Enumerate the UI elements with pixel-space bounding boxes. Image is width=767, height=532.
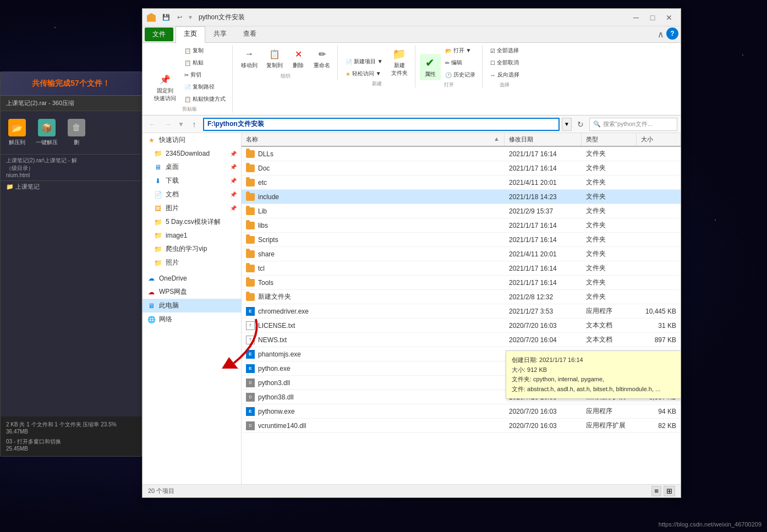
table-row[interactable]: Doc 2021/1/17 16:14 文件夹 <box>242 161 681 175</box>
table-row[interactable]: libs 2021/1/17 16:14 文件夹 <box>242 218 681 233</box>
nav-5day[interactable]: 📁 5 Day.csv模块详解 <box>143 215 241 229</box>
deselectall-icon: ☐ <box>490 60 495 66</box>
tab-home[interactable]: 主页 <box>176 26 205 43</box>
one-click-extract-btn[interactable]: 📦 一键解压 <box>34 117 60 149</box>
nav-wps[interactable]: ☁ WPS网盘 <box>143 285 241 299</box>
help-btn[interactable]: ? <box>666 28 678 40</box>
quick-save-btn[interactable]: 💾 <box>160 12 172 23</box>
copy-path-btn[interactable]: 📄 复制路径 <box>181 81 229 92</box>
table-row[interactable]: DLLs 2021/1/17 16:14 文件夹 <box>242 147 681 161</box>
refresh-btn[interactable]: ↻ <box>574 118 587 131</box>
list-view-btn[interactable]: ≡ <box>651 486 661 496</box>
copyto-icon: 📋 <box>268 47 281 61</box>
table-row[interactable]: 新建文件夹 2021/2/8 12:32 文件夹 <box>242 290 681 304</box>
history-btn[interactable]: 🕐 历史记录 <box>442 69 479 80</box>
easy-access-btn[interactable]: ★ 轻松访问 ▼ <box>342 68 386 79</box>
forward-btn[interactable]: → <box>161 118 174 131</box>
open-group: ✔ 属性 📂 打开 ▼ ✏ 编辑 🕐 历史记录 <box>417 45 483 89</box>
nav-onedrive[interactable]: ☁ OneDrive <box>143 272 241 285</box>
ribbon-collapse-btn[interactable]: ∧ <box>658 29 664 40</box>
move-to-btn[interactable]: → 移动到 <box>237 45 261 72</box>
table-row[interactable]: D vcruntime140.dll 2020/7/20 16:03 应用程序扩… <box>242 419 681 433</box>
clipboard-buttons: 📌 固定到 快速访问 📋 复制 📋 粘贴 ✂ 剪切 <box>150 45 229 105</box>
copy-icon: 📋 <box>184 48 191 54</box>
table-row[interactable]: tcl 2021/1/17 16:14 文件夹 <box>242 261 681 276</box>
table-row[interactable]: etc 2021/4/11 20:01 文件夹 <box>242 175 681 190</box>
col-size-header[interactable]: 大小 <box>637 133 681 146</box>
pasteshortcut-icon: 📋 <box>184 96 191 102</box>
open-file-btn[interactable]: 📂 打开 ▼ <box>442 45 479 56</box>
table-row[interactable]: share 2021/4/11 20:01 文件夹 <box>242 247 681 261</box>
col-type-header[interactable]: 类型 <box>582 133 637 146</box>
table-row[interactable]: T LICENSE.txt 2020/7/20 16:03 文本文档 31 KB <box>242 319 681 333</box>
minimize-btn[interactable]: ─ <box>629 12 643 24</box>
dll-icon: D <box>246 379 255 387</box>
select-all-btn[interactable]: ☑ 全部选择 <box>487 45 523 56</box>
nav-photos[interactable]: 📁 照片 <box>143 256 241 270</box>
up-btn[interactable]: ↑ <box>188 118 201 131</box>
table-row[interactable]: E chromedriver.exe 2021/1/27 3:53 应用程序 1… <box>242 304 681 319</box>
invert-select-btn[interactable]: ↔ 反向选择 <box>487 69 523 80</box>
folder-icon <box>246 293 255 301</box>
select-buttons: ☑ 全部选择 ☐ 全部取消 ↔ 反向选择 <box>487 45 523 80</box>
ribbon-content: 📌 固定到 快速访问 📋 复制 📋 粘贴 ✂ 剪切 <box>143 43 681 116</box>
table-row[interactable]: T NEWS.txt 2020/7/20 16:04 文本文档 897 KB <box>242 333 681 347</box>
rename-btn[interactable]: ✏ 重命名 <box>310 45 334 72</box>
copypath-icon: 📄 <box>184 84 191 90</box>
close-btn[interactable]: ✕ <box>662 12 676 24</box>
delete-ribbon-btn[interactable]: ✕ 删除 <box>288 45 309 72</box>
tooltip-line3: 文件夹: cpython, internal, pygame, <box>512 375 681 385</box>
copy-btn[interactable]: 📋 复制 <box>181 45 229 56</box>
tab-share[interactable]: 共享 <box>205 26 235 43</box>
nav-thispc[interactable]: 🖥 此电脑 <box>143 299 241 312</box>
zip-path: 上课笔记(2).rar\上课笔记 - 解 （级目录） nium.html <box>1 155 141 181</box>
exe-icon: E <box>246 350 255 359</box>
edit-btn[interactable]: ✏ 编辑 <box>442 57 479 68</box>
table-row[interactable]: Lib 2021/2/9 15:37 文件夹 <box>242 204 681 218</box>
table-row[interactable]: Scripts 2021/1/17 16:14 文件夹 <box>242 233 681 247</box>
new-item-btn[interactable]: 📄 新建项目 ▼ <box>342 56 386 67</box>
address-dropdown-btn[interactable]: ▼ <box>562 118 572 131</box>
file-size-cell <box>637 209 681 213</box>
nav-desktop[interactable]: 🖥 桌面 📌 <box>143 160 241 174</box>
tab-view[interactable]: 查看 <box>235 26 265 43</box>
table-row[interactable]: include 2021/1/18 14:23 文件夹 <box>242 190 681 204</box>
address-input[interactable] <box>203 118 560 131</box>
deselect-all-btn[interactable]: ☐ 全部取消 <box>487 57 523 68</box>
delete-btn[interactable]: 🗑 删 <box>65 117 87 149</box>
new-folder-btn[interactable]: 📁 新建 文件夹 <box>387 45 412 79</box>
nav-network[interactable]: 🌐 网络 <box>143 312 241 326</box>
quick-undo-btn[interactable]: ↩ <box>173 12 185 23</box>
paste-shortcut-btn[interactable]: 📋 粘贴快捷方式 <box>181 94 229 105</box>
table-row[interactable]: Tools 2021/1/17 16:14 文件夹 <box>242 276 681 290</box>
file-size-cell <box>637 166 681 171</box>
maximize-btn[interactable]: □ <box>645 12 660 24</box>
tab-file[interactable]: 文件 <box>145 28 173 41</box>
extract-to-btn[interactable]: 📂 解压到 <box>6 117 28 149</box>
nav-2345download[interactable]: 📁 2345Download 📌 <box>143 147 241 160</box>
back-btn[interactable]: ← <box>146 118 159 131</box>
cut-btn[interactable]: ✂ 剪切 <box>181 69 229 80</box>
search-box: 🔍 搜索"python文件... <box>589 118 677 131</box>
file-name-cell: 新建文件夹 <box>242 290 505 304</box>
nav-documents[interactable]: 📄 文档 📌 <box>143 188 241 201</box>
table-row[interactable]: E pythonw.exe 2020/7/20 16:03 应用程序 94 KB <box>242 404 681 419</box>
nav-quickaccess[interactable]: ★ 快速访问 <box>143 133 241 147</box>
col-name-header[interactable]: 名称 ▲ <box>242 133 505 146</box>
nav-image1[interactable]: 📁 image1 <box>143 229 241 242</box>
nav-network-label: 网络 <box>159 315 172 324</box>
nav-wps-label: WPS网盘 <box>159 287 187 297</box>
nav-pictures[interactable]: 🖼 图片 📌 <box>143 201 241 215</box>
edit-icon: ✏ <box>445 60 450 66</box>
search-placeholder[interactable]: 搜索"python文件... <box>603 120 653 128</box>
paste-btn[interactable]: 📋 粘贴 <box>181 57 229 68</box>
pin-to-quickaccess-btn[interactable]: 📌 固定到 快速访问 <box>150 70 180 105</box>
col-date-header[interactable]: 修改日期 <box>505 133 582 146</box>
file-size-cell <box>637 238 681 242</box>
copy-to-btn[interactable]: 📋 复制到 <box>262 45 287 72</box>
properties-btn[interactable]: ✔ 属性 <box>420 54 441 80</box>
detail-view-btn[interactable]: ⊞ <box>664 486 675 496</box>
nav-vip[interactable]: 📁 爬虫的学习vip <box>143 242 241 256</box>
file-name: chromedriver.exe <box>258 308 309 315</box>
nav-downloads[interactable]: ⬇ 下载 📌 <box>143 174 241 188</box>
